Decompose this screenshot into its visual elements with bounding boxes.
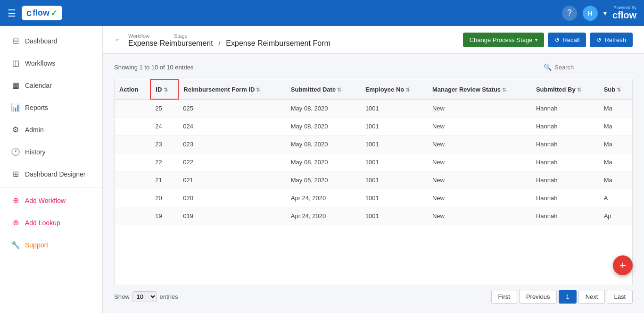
col-action: Action xyxy=(115,80,150,99)
logo[interactable]: cflow✓ xyxy=(22,6,62,20)
recall-label: Recall xyxy=(562,36,579,43)
show-entries: Show 10 25 50 100 entries xyxy=(114,291,178,302)
cell-id: 25 xyxy=(150,99,178,118)
cell-employee-no: 1001 xyxy=(361,118,428,135)
sidebar-item-workflows[interactable]: ◫ Workflows xyxy=(0,52,102,74)
cell-employee-no: 1001 xyxy=(361,153,428,171)
add-lookup-icon: ⊕ xyxy=(11,218,20,227)
history-icon: 🕐 xyxy=(11,147,20,156)
cell-employee-no: 1001 xyxy=(361,189,428,207)
sidebar-item-history[interactable]: 🕐 History xyxy=(0,141,102,163)
entries-label: entries xyxy=(160,293,178,300)
table-row: 21 021 May 05, 2020 1001 New Hannah Ma xyxy=(115,171,632,189)
sidebar-item-add-lookup[interactable]: ⊕ Add Lookup xyxy=(0,211,102,234)
col-employee-no[interactable]: Employee No xyxy=(361,80,428,99)
next-page-button[interactable]: Next xyxy=(578,290,605,304)
fab-add-button[interactable]: + xyxy=(613,255,633,275)
logo-checkmark-icon: ✓ xyxy=(50,8,58,18)
table-row: 23 023 May 08, 2020 1001 New Hannah Ma xyxy=(115,135,632,153)
avatar-dropdown-icon[interactable]: ▾ xyxy=(603,9,607,17)
breadcrumb-labels: Workflow Stage xyxy=(128,32,330,39)
cell-id: 23 xyxy=(150,135,178,153)
cell-reimbursement-form-id: 020 xyxy=(178,189,286,207)
cell-id: 20 xyxy=(150,189,178,207)
recall-icon: ↺ xyxy=(554,36,560,43)
last-page-button[interactable]: Last xyxy=(607,290,633,304)
breadcrumb-stage-title: Expense Reimbursement Form xyxy=(226,39,330,47)
cell-reimbursement-form-id: 024 xyxy=(178,118,286,135)
sidebar-item-calendar[interactable]: ▦ Calendar xyxy=(0,74,102,96)
hamburger-menu-icon[interactable]: ☰ xyxy=(8,8,16,19)
previous-page-button[interactable]: Previous xyxy=(519,290,557,304)
col-manager-review-status[interactable]: Manager Review Status xyxy=(428,80,531,99)
search-icon: 🔍 xyxy=(544,63,552,71)
search-input[interactable] xyxy=(554,64,630,71)
header-bar: ← Workflow Stage Expense Reimbursement /… xyxy=(103,26,644,54)
show-label: Show xyxy=(114,293,130,300)
cell-employee-no: 1001 xyxy=(361,99,428,118)
change-process-stage-label: Change Process Stage xyxy=(470,36,533,43)
cell-sub: Ma xyxy=(599,171,632,189)
breadcrumb-info: Workflow Stage Expense Reimbursement / E… xyxy=(128,32,330,48)
add-workflow-icon: ⊕ xyxy=(11,196,20,205)
cell-sub: A xyxy=(599,189,632,207)
table-row: 25 025 May 08, 2020 1001 New Hannah Ma xyxy=(115,99,632,118)
sidebar-label-history: History xyxy=(25,148,46,156)
cell-employee-no: 1001 xyxy=(361,135,428,153)
sidebar-item-reports[interactable]: 📊 Reports xyxy=(0,96,102,118)
cell-manager-review-status: New xyxy=(428,189,531,207)
cell-submitted-by: Hannah xyxy=(531,118,599,135)
entries-info: Showing 1 to 10 of 10 entries xyxy=(114,64,193,71)
help-icon[interactable]: ? xyxy=(562,6,577,21)
cell-sub: Ma xyxy=(599,99,632,118)
cell-action xyxy=(115,171,150,189)
sidebar-item-dashboard-designer[interactable]: ⊞ Dashboard Designer xyxy=(0,163,102,185)
sidebar-item-support[interactable]: 🔧 Support xyxy=(0,234,102,256)
cell-manager-review-status: New xyxy=(428,135,531,153)
cell-submitted-by: Hannah xyxy=(531,207,599,225)
cell-submitted-date: May 08, 2020 xyxy=(286,135,361,153)
sidebar-item-admin[interactable]: ⚙ Admin xyxy=(0,118,102,141)
sidebar: ⊟ Dashboard ◫ Workflows ▦ Calendar 📊 Rep… xyxy=(0,26,103,313)
search-box[interactable]: 🔍 xyxy=(541,61,633,73)
cell-reimbursement-form-id: 021 xyxy=(178,171,286,189)
cell-submitted-by: Hannah xyxy=(531,153,599,171)
table-wrapper: Action ID ⇅ Reimbursement Form ID Submit… xyxy=(114,79,633,285)
change-process-stage-button[interactable]: Change Process Stage ▾ xyxy=(463,33,545,47)
fab-icon: + xyxy=(619,259,626,272)
breadcrumb-section: ← Workflow Stage Expense Reimbursement /… xyxy=(114,32,330,48)
sidebar-label-calendar: Calendar xyxy=(25,82,52,89)
col-id[interactable]: ID ⇅ xyxy=(150,80,178,99)
cell-manager-review-status: New xyxy=(428,171,531,189)
cell-submitted-by: Hannah xyxy=(531,189,599,207)
cell-reimbursement-form-id: 025 xyxy=(178,99,286,118)
avatar[interactable]: H xyxy=(583,6,598,21)
cell-employee-no: 1001 xyxy=(361,171,428,189)
admin-icon: ⚙ xyxy=(11,125,20,134)
cell-submitted-date: May 08, 2020 xyxy=(286,153,361,171)
powered-by-section: Powered By cflow xyxy=(612,5,636,21)
sidebar-label-add-lookup: Add Lookup xyxy=(25,219,60,227)
dashboard-icon: ⊟ xyxy=(11,36,20,45)
breadcrumb-separator: / xyxy=(219,40,221,47)
refresh-label: Refresh xyxy=(604,36,626,43)
refresh-button[interactable]: ↺ Refresh xyxy=(590,33,633,47)
recall-button[interactable]: ↺ Recall xyxy=(548,33,586,47)
col-reimbursement-form-id[interactable]: Reimbursement Form ID xyxy=(178,80,286,99)
table-row: 24 024 May 08, 2020 1001 New Hannah Ma xyxy=(115,118,632,135)
topnav-left: ☰ cflow✓ xyxy=(8,6,62,20)
sidebar-item-dashboard[interactable]: ⊟ Dashboard xyxy=(0,30,102,52)
sidebar-label-support: Support xyxy=(25,241,48,249)
col-sub[interactable]: Sub xyxy=(599,80,632,99)
page-1-button[interactable]: 1 xyxy=(559,290,576,304)
back-button[interactable]: ← xyxy=(114,35,123,45)
cell-sub: Ap xyxy=(599,207,632,225)
table-header: Action ID ⇅ Reimbursement Form ID Submit… xyxy=(115,80,632,99)
sidebar-item-add-workflow[interactable]: ⊕ Add Workflow xyxy=(0,189,102,211)
pagination-buttons: First Previous 1 Next Last xyxy=(491,290,633,304)
col-submitted-date[interactable]: Submitted Date xyxy=(286,80,361,99)
col-submitted-by[interactable]: Submitted By xyxy=(531,80,599,99)
per-page-select[interactable]: 10 25 50 100 xyxy=(132,291,157,302)
cell-submitted-date: May 05, 2020 xyxy=(286,171,361,189)
first-page-button[interactable]: First xyxy=(491,290,517,304)
